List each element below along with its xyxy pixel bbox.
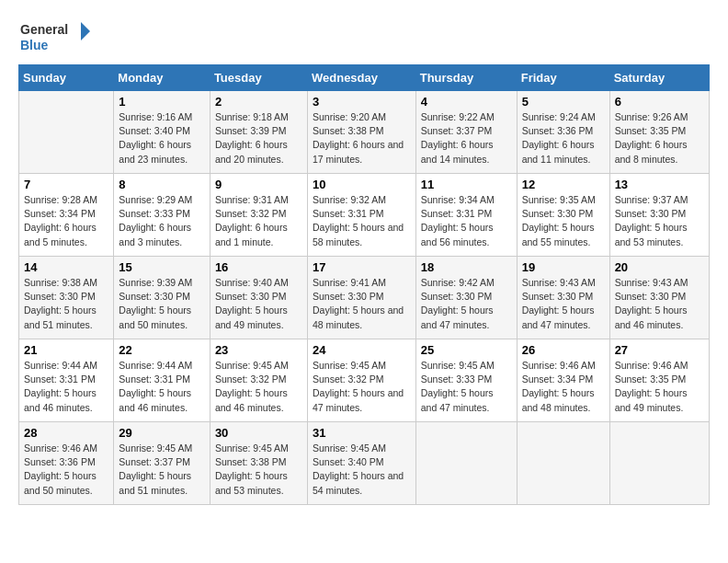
day-detail: Sunrise: 9:40 AMSunset: 3:30 PMDaylight:… [215, 276, 302, 332]
day-detail: Sunrise: 9:32 AMSunset: 3:31 PMDaylight:… [313, 193, 411, 249]
day-detail: Sunrise: 9:35 AMSunset: 3:30 PMDaylight:… [522, 193, 605, 249]
weekday-header-cell: Sunday [19, 65, 114, 91]
weekday-header-cell: Wednesday [307, 65, 415, 91]
calendar-week-row: 1Sunrise: 9:16 AMSunset: 3:40 PMDaylight… [19, 91, 710, 174]
day-number: 18 [421, 260, 512, 274]
day-detail: Sunrise: 9:20 AMSunset: 3:38 PMDaylight:… [313, 110, 411, 167]
day-number: 31 [313, 426, 411, 440]
day-detail: Sunrise: 9:26 AMSunset: 3:35 PMDaylight:… [615, 110, 704, 167]
day-number: 5 [522, 95, 605, 109]
calendar-week-row: 28Sunrise: 9:46 AMSunset: 3:36 PMDayligh… [19, 422, 710, 505]
calendar-week-row: 7Sunrise: 9:28 AMSunset: 3:34 PMDaylight… [19, 174, 710, 257]
weekday-header-cell: Tuesday [210, 65, 307, 91]
day-detail: Sunrise: 9:24 AMSunset: 3:36 PMDaylight:… [522, 110, 605, 167]
day-detail: Sunrise: 9:39 AMSunset: 3:30 PMDaylight:… [119, 276, 205, 332]
calendar-cell: 13Sunrise: 9:37 AMSunset: 3:30 PMDayligh… [609, 174, 709, 257]
weekday-header-cell: Monday [114, 65, 210, 91]
day-number: 25 [421, 343, 512, 357]
calendar-cell: 22Sunrise: 9:44 AMSunset: 3:31 PMDayligh… [114, 339, 210, 422]
day-detail: Sunrise: 9:16 AMSunset: 3:40 PMDaylight:… [119, 110, 205, 167]
day-number: 8 [119, 178, 205, 191]
day-number: 2 [215, 95, 302, 109]
day-detail: Sunrise: 9:44 AMSunset: 3:31 PMDaylight:… [24, 359, 108, 415]
weekday-header-cell: Saturday [609, 65, 709, 91]
calendar-body: 1Sunrise: 9:16 AMSunset: 3:40 PMDaylight… [19, 91, 710, 505]
day-number: 1 [119, 95, 205, 109]
day-number: 7 [24, 178, 108, 191]
calendar-cell: 1Sunrise: 9:16 AMSunset: 3:40 PMDaylight… [114, 91, 210, 174]
calendar-cell: 19Sunrise: 9:43 AMSunset: 3:30 PMDayligh… [517, 257, 609, 339]
day-number: 29 [119, 426, 205, 440]
calendar-cell: 15Sunrise: 9:39 AMSunset: 3:30 PMDayligh… [114, 257, 210, 339]
day-detail: Sunrise: 9:29 AMSunset: 3:33 PMDaylight:… [119, 193, 205, 249]
day-number: 13 [615, 178, 704, 191]
calendar-cell: 23Sunrise: 9:45 AMSunset: 3:32 PMDayligh… [210, 339, 307, 422]
day-number: 26 [522, 343, 605, 357]
calendar-cell: 17Sunrise: 9:41 AMSunset: 3:30 PMDayligh… [307, 257, 415, 339]
calendar-cell: 27Sunrise: 9:46 AMSunset: 3:35 PMDayligh… [609, 339, 709, 422]
day-number: 6 [615, 95, 704, 109]
day-number: 4 [421, 95, 512, 109]
day-number: 19 [522, 260, 605, 274]
weekday-header-cell: Friday [517, 65, 609, 91]
day-number: 28 [24, 426, 108, 440]
day-detail: Sunrise: 9:22 AMSunset: 3:37 PMDaylight:… [421, 110, 512, 167]
day-detail: Sunrise: 9:46 AMSunset: 3:34 PMDaylight:… [522, 359, 605, 415]
day-number: 21 [24, 343, 108, 357]
calendar-cell: 25Sunrise: 9:45 AMSunset: 3:33 PMDayligh… [415, 339, 517, 422]
calendar-cell: 12Sunrise: 9:35 AMSunset: 3:30 PMDayligh… [517, 174, 609, 257]
day-detail: Sunrise: 9:38 AMSunset: 3:30 PMDaylight:… [24, 276, 108, 332]
day-detail: Sunrise: 9:41 AMSunset: 3:30 PMDaylight:… [313, 276, 411, 332]
day-number: 16 [215, 260, 302, 274]
calendar-cell: 29Sunrise: 9:45 AMSunset: 3:37 PMDayligh… [114, 422, 210, 505]
calendar-cell: 5Sunrise: 9:24 AMSunset: 3:36 PMDaylight… [517, 91, 609, 174]
calendar-cell [415, 422, 517, 505]
calendar-cell: 21Sunrise: 9:44 AMSunset: 3:31 PMDayligh… [19, 339, 114, 422]
day-detail: Sunrise: 9:46 AMSunset: 3:36 PMDaylight:… [24, 442, 108, 498]
day-detail: Sunrise: 9:45 AMSunset: 3:38 PMDaylight:… [215, 442, 302, 498]
calendar-cell: 14Sunrise: 9:38 AMSunset: 3:30 PMDayligh… [19, 257, 114, 339]
day-detail: Sunrise: 9:45 AMSunset: 3:33 PMDaylight:… [421, 359, 512, 415]
day-number: 27 [615, 343, 704, 357]
calendar-cell: 3Sunrise: 9:20 AMSunset: 3:38 PMDaylight… [307, 91, 415, 174]
day-detail: Sunrise: 9:45 AMSunset: 3:40 PMDaylight:… [313, 442, 411, 498]
day-number: 30 [215, 426, 302, 440]
calendar-cell: 8Sunrise: 9:29 AMSunset: 3:33 PMDaylight… [114, 174, 210, 257]
calendar-cell [19, 91, 114, 174]
calendar-table: SundayMondayTuesdayWednesdayThursdayFrid… [18, 64, 710, 505]
svg-text:General: General [20, 22, 68, 37]
day-number: 9 [215, 178, 302, 191]
day-number: 20 [615, 260, 704, 274]
day-number: 24 [313, 343, 411, 357]
calendar-week-row: 14Sunrise: 9:38 AMSunset: 3:30 PMDayligh… [19, 257, 710, 339]
calendar-cell: 7Sunrise: 9:28 AMSunset: 3:34 PMDaylight… [19, 174, 114, 257]
day-number: 12 [522, 178, 605, 191]
logo: General Blue [18, 18, 92, 55]
day-detail: Sunrise: 9:45 AMSunset: 3:32 PMDaylight:… [215, 359, 302, 415]
calendar-cell: 18Sunrise: 9:42 AMSunset: 3:30 PMDayligh… [415, 257, 517, 339]
day-detail: Sunrise: 9:18 AMSunset: 3:39 PMDaylight:… [215, 110, 302, 167]
day-number: 11 [421, 178, 512, 191]
calendar-cell: 9Sunrise: 9:31 AMSunset: 3:32 PMDaylight… [210, 174, 307, 257]
day-number: 17 [313, 260, 411, 274]
calendar-cell: 10Sunrise: 9:32 AMSunset: 3:31 PMDayligh… [307, 174, 415, 257]
day-number: 23 [215, 343, 302, 357]
calendar-cell: 30Sunrise: 9:45 AMSunset: 3:38 PMDayligh… [210, 422, 307, 505]
day-number: 3 [313, 95, 411, 109]
calendar-cell: 20Sunrise: 9:43 AMSunset: 3:30 PMDayligh… [609, 257, 709, 339]
calendar-cell: 6Sunrise: 9:26 AMSunset: 3:35 PMDaylight… [609, 91, 709, 174]
day-number: 22 [119, 343, 205, 357]
calendar-cell: 26Sunrise: 9:46 AMSunset: 3:34 PMDayligh… [517, 339, 609, 422]
day-number: 10 [313, 178, 411, 191]
day-detail: Sunrise: 9:45 AMSunset: 3:37 PMDaylight:… [119, 442, 205, 498]
day-detail: Sunrise: 9:28 AMSunset: 3:34 PMDaylight:… [24, 193, 108, 249]
day-detail: Sunrise: 9:42 AMSunset: 3:30 PMDaylight:… [421, 276, 512, 332]
calendar-cell: 28Sunrise: 9:46 AMSunset: 3:36 PMDayligh… [19, 422, 114, 505]
day-detail: Sunrise: 9:34 AMSunset: 3:31 PMDaylight:… [421, 193, 512, 249]
calendar-cell: 11Sunrise: 9:34 AMSunset: 3:31 PMDayligh… [415, 174, 517, 257]
calendar-cell: 16Sunrise: 9:40 AMSunset: 3:30 PMDayligh… [210, 257, 307, 339]
day-number: 15 [119, 260, 205, 274]
svg-marker-2 [81, 22, 90, 40]
day-detail: Sunrise: 9:45 AMSunset: 3:32 PMDaylight:… [313, 359, 411, 415]
logo-svg: General Blue [18, 18, 92, 55]
